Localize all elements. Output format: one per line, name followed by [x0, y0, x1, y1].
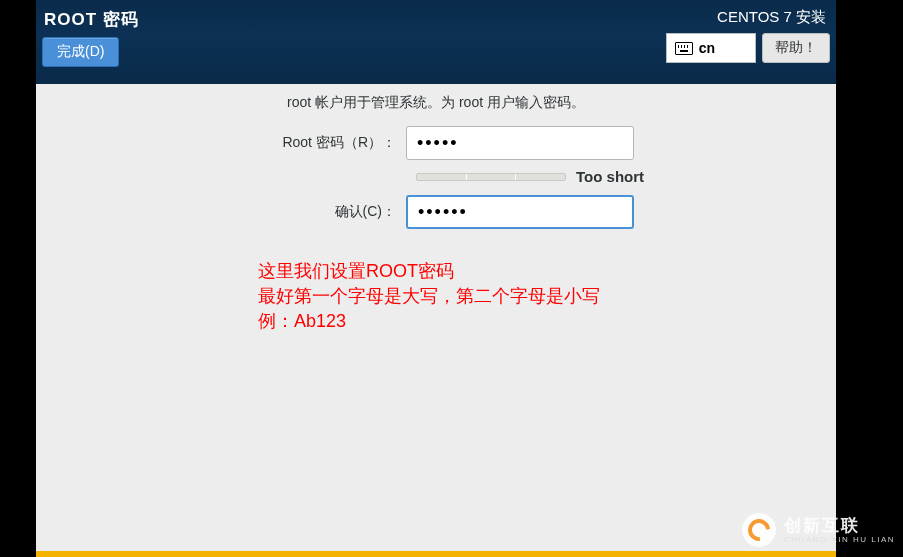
- keyboard-icon: [675, 42, 693, 55]
- installer-window: ROOT 密码 完成(D) CENTOS 7 安装 cn 帮助！ root 帐户…: [36, 0, 836, 557]
- keyboard-layout-indicator[interactable]: cn: [666, 33, 756, 63]
- password-strength-bar: [416, 173, 566, 181]
- description-text: root 帐户用于管理系统。为 root 用户输入密码。: [36, 94, 836, 112]
- password-strength-text: Too short: [576, 168, 644, 185]
- confirm-password-input[interactable]: [406, 195, 634, 229]
- header-left: ROOT 密码 完成(D): [42, 8, 139, 78]
- strength-row: Too short: [36, 168, 836, 185]
- watermark-text: 创新互联 CHUANG XIN HU LIAN: [784, 517, 895, 544]
- installer-title: CENTOS 7 安装: [717, 8, 830, 27]
- annotation-line-1: 这里我们设置ROOT密码: [258, 259, 600, 284]
- watermark-en: CHUANG XIN HU LIAN: [784, 536, 895, 544]
- done-button[interactable]: 完成(D): [42, 37, 119, 67]
- header-right: CENTOS 7 安装 cn 帮助！: [666, 8, 830, 78]
- annotation-line-3: 例：Ab123: [258, 309, 600, 334]
- root-password-input[interactable]: [406, 126, 634, 160]
- help-button[interactable]: 帮助！: [762, 33, 830, 63]
- password-label: Root 密码（R）：: [266, 134, 406, 152]
- keyboard-layout-code: cn: [699, 40, 715, 56]
- confirm-row: 确认(C)：: [36, 195, 836, 229]
- annotation-line-2: 最好第一个字母是大写，第二个字母是小写: [258, 284, 600, 309]
- header-bar: ROOT 密码 完成(D) CENTOS 7 安装 cn 帮助！: [36, 0, 836, 84]
- watermark-cn: 创新互联: [784, 517, 895, 534]
- password-row: Root 密码（R）：: [36, 126, 836, 160]
- content-area: root 帐户用于管理系统。为 root 用户输入密码。 Root 密码（R）：…: [36, 84, 836, 557]
- annotation-overlay: 这里我们设置ROOT密码 最好第一个字母是大写，第二个字母是小写 例：Ab123: [258, 259, 600, 335]
- confirm-label: 确认(C)：: [266, 203, 406, 221]
- warning-footer-bar: [36, 551, 836, 557]
- watermark: 创新互联 CHUANG XIN HU LIAN: [734, 507, 903, 553]
- header-right-row: cn 帮助！: [666, 33, 830, 63]
- watermark-logo-icon: [742, 513, 776, 547]
- page-title: ROOT 密码: [42, 8, 139, 31]
